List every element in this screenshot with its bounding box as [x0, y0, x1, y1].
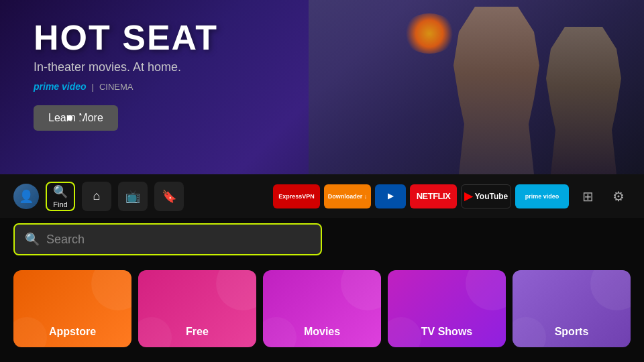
prime-video-app[interactable]: prime video — [515, 184, 569, 208]
avatar[interactable]: 👤 — [13, 184, 39, 209]
tile-deco-2 — [138, 317, 172, 347]
netflix-app[interactable]: NETFLIX — [410, 184, 457, 208]
home-icon: ⌂ — [93, 189, 101, 203]
find-button[interactable]: 🔍 Find — [46, 182, 75, 211]
prime-video-label: prime video — [34, 81, 87, 92]
tile-deco-1 — [91, 270, 131, 310]
appstore-tile[interactable]: Appstore — [13, 270, 131, 347]
tvshows-label: TV Shows — [421, 326, 472, 338]
sports-label: Sports — [555, 326, 589, 338]
hero-content: HOT SEAT In-theater movies. At home. pri… — [34, 20, 218, 131]
search-bar[interactable]: 🔍 Search — [13, 223, 322, 255]
blue-app-icon: ▶ — [388, 192, 393, 200]
hero-subtitle: In-theater movies. At home. — [34, 60, 218, 74]
bookmark-icon: 🔖 — [162, 189, 176, 204]
movies-tile[interactable]: Movies — [263, 270, 381, 347]
expressvpn-app[interactable]: ExpressVPN — [273, 184, 320, 208]
find-label: Find — [53, 200, 67, 208]
hero-separator: | — [92, 82, 94, 92]
tile-deco-2 — [263, 317, 297, 347]
youtube-app[interactable]: ▶ YouTube — [461, 184, 511, 208]
youtube-label: YouTube — [475, 192, 508, 201]
gear-icon: ⚙ — [612, 188, 625, 204]
avatar-icon: 👤 — [19, 189, 34, 204]
category-tiles: Appstore Free Movies TV Shows Sports — [0, 263, 644, 354]
bookmark-button[interactable]: 🔖 — [154, 182, 184, 211]
search-icon: 🔍 — [53, 184, 68, 199]
hero-brand: prime video | CINEMA — [34, 81, 218, 92]
blue-app[interactable]: ▶ — [375, 184, 406, 208]
app-shortcuts: ExpressVPN Downloader ↓ ▶ NETFLIX ▶ YouT… — [273, 184, 569, 208]
expressvpn-label: ExpressVPN — [278, 193, 315, 200]
home-button[interactable]: ⌂ — [82, 182, 111, 211]
movies-label: Movies — [304, 326, 340, 338]
tile-deco-2 — [388, 317, 421, 347]
grid-icon: ⊞ — [582, 188, 594, 204]
navbar: 👤 🔍 Find ⌂ 📺 🔖 ExpressVPN Downloader ↓ ▶… — [0, 174, 644, 218]
cinema-label: CINEMA — [99, 82, 133, 92]
hero-dots — [67, 115, 83, 121]
downloader-label: Downloader ↓ — [328, 193, 368, 200]
dot-1 — [67, 115, 72, 121]
hero-banner: HOT SEAT In-theater movies. At home. pri… — [0, 0, 644, 174]
search-section: 🔍 Search — [0, 218, 644, 261]
tile-deco-1 — [590, 270, 631, 310]
prime-video-label: prime video — [525, 193, 559, 200]
sports-tile[interactable]: Sports — [513, 270, 631, 347]
tile-deco-1 — [341, 270, 381, 310]
tv-button[interactable]: 📺 — [118, 182, 148, 211]
hero-title: HOT SEAT — [34, 20, 218, 55]
youtube-play-icon: ▶ — [464, 190, 472, 202]
free-label: Free — [186, 326, 209, 338]
downloader-app[interactable]: Downloader ↓ — [324, 184, 371, 208]
free-tile[interactable]: Free — [138, 270, 256, 347]
search-bar-icon: 🔍 — [25, 232, 40, 247]
netflix-label: NETFLIX — [417, 191, 451, 201]
tvshows-tile[interactable]: TV Shows — [388, 270, 506, 347]
settings-button[interactable]: ⚙ — [606, 184, 631, 208]
tile-deco-2 — [13, 317, 47, 347]
grid-button[interactable]: ⊞ — [576, 184, 600, 208]
appstore-label: Appstore — [49, 326, 96, 338]
tile-deco-1 — [466, 270, 506, 310]
hero-explosion-effect — [402, 13, 456, 54]
tv-icon: 📺 — [125, 189, 140, 204]
tile-deco-2 — [513, 317, 546, 347]
search-placeholder: Search — [46, 233, 85, 247]
tile-deco-1 — [216, 270, 256, 310]
dot-2 — [78, 115, 83, 121]
